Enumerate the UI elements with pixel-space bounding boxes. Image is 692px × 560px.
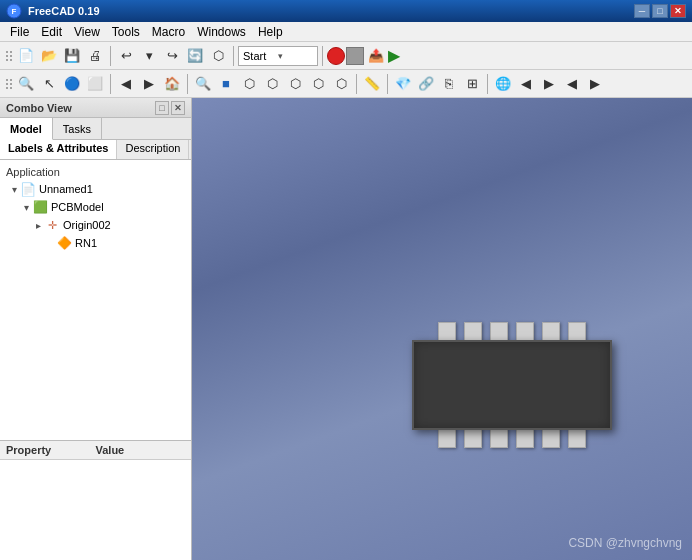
toolbar2-sep-3 [356,74,357,94]
combo-float-button[interactable]: □ [155,101,169,115]
pin-top-5 [542,322,560,342]
pin-top-3 [490,322,508,342]
menu-item-edit[interactable]: Edit [35,23,68,41]
properties-panel: Property Value [0,440,191,560]
clone-button[interactable]: ⎘ [438,73,460,95]
resistor-icon: 🔶 [56,235,72,251]
view-left[interactable]: ⬡ [330,73,352,95]
subtab-labels[interactable]: Labels & Attributes [0,140,117,159]
nav-arrow-3[interactable]: ◀ [561,73,583,95]
window-title: FreeCAD 0.19 [28,5,634,17]
chip-main-body [412,340,612,430]
link-button[interactable]: 🔗 [415,73,437,95]
tree-item-pcbmodel[interactable]: ▾ 🟩 PCBModel [2,198,189,216]
tree-item-origin002[interactable]: ▸ ✛ Origin002 [2,216,189,234]
chip-body-container [412,340,612,430]
nav-arrow-1[interactable]: ◀ [515,73,537,95]
print-button[interactable]: 🖨 [84,45,106,67]
pin-bottom-5 [542,428,560,448]
zoom-in-button[interactable]: 🔍 [15,73,37,95]
combo-close-button[interactable]: ✕ [171,101,185,115]
main-content: Combo View □ ✕ Model Tasks Labels & Attr… [0,98,692,560]
undo-button[interactable]: ↩ [115,45,137,67]
menu-item-tools[interactable]: Tools [106,23,146,41]
toolbar-sep-1 [110,46,111,66]
workbench-label: Start [243,50,278,62]
nav-forward[interactable]: ▶ [138,73,160,95]
new-button[interactable]: 📄 [15,45,37,67]
minimize-button[interactable]: ─ [634,4,650,18]
tree-label-unnamed1: Unnamed1 [39,183,93,195]
pin-bottom-3 [490,428,508,448]
play-arrow[interactable]: ▶ [388,46,400,65]
maximize-button[interactable]: □ [652,4,668,18]
redo-button[interactable]: ↪ [161,45,183,67]
pin-top-2 [464,322,482,342]
pcb-chip [412,340,612,430]
value-col-header: Value [96,444,186,456]
doc-icon: 📄 [20,181,36,197]
tree-label-pcbmodel: PCBModel [51,201,104,213]
save-button[interactable]: 💾 [61,45,83,67]
rotate-button[interactable]: 🔵 [61,73,83,95]
nav-arrow-2[interactable]: ▶ [538,73,560,95]
export-button[interactable]: 📤 [365,45,387,67]
tab-tasks[interactable]: Tasks [53,118,102,139]
pointer-button[interactable]: ↖ [38,73,60,95]
shapes-button[interactable]: 💎 [392,73,414,95]
view-top[interactable]: ⬡ [284,73,306,95]
tree-label-rn1: RN1 [75,237,97,249]
clone2-button[interactable]: ⊞ [461,73,483,95]
refresh-button[interactable]: 🔄 [184,45,206,67]
open-button[interactable]: 📂 [38,45,60,67]
status-gray-1 [346,47,364,65]
web-button[interactable]: 🌐 [492,73,514,95]
workbench-dropdown[interactable]: Start ▾ [238,46,318,66]
tree-item-unnamed1[interactable]: ▾ 📄 Unnamed1 [2,180,189,198]
window-controls: ─ □ ✕ [634,4,686,18]
toolbar2-sep-1 [110,74,111,94]
stop-button[interactable]: ⬡ [207,45,229,67]
close-button[interactable]: ✕ [670,4,686,18]
tree-item-rn1[interactable]: 🔶 RN1 [2,234,189,252]
combo-view-panel: Combo View □ ✕ Model Tasks Labels & Attr… [0,98,192,560]
toolbar-sep-2 [233,46,234,66]
3d-viewport[interactable]: CSDN @zhvngchvng [192,98,692,560]
select-box-button[interactable]: ⬜ [84,73,106,95]
pin-bottom-2 [464,428,482,448]
subtabs-bar: Labels & Attributes Description [0,140,191,160]
subtab-description[interactable]: Description [117,140,189,159]
undo-arrow-button[interactable]: ▾ [138,45,160,67]
menu-item-macro[interactable]: Macro [146,23,191,41]
pin-top-6 [568,322,586,342]
origin-icon: ✛ [44,217,60,233]
pin-bottom-1 [438,428,456,448]
toolbar2-sep-5 [487,74,488,94]
menu-item-file[interactable]: File [4,23,35,41]
nav-back[interactable]: ◀ [115,73,137,95]
view-back[interactable]: ⬡ [261,73,283,95]
menu-item-windows[interactable]: Windows [191,23,252,41]
expand-arrow-origin: ▸ [32,220,44,231]
watermark: CSDN @zhvngchvng [568,536,682,550]
menubar: FileEditViewToolsMacroWindowsHelp [0,22,692,42]
measure-button[interactable]: 📏 [361,73,383,95]
nav-arrow-4[interactable]: ▶ [584,73,606,95]
zoom-out-2[interactable]: 🔍 [192,73,214,95]
toolbar-main: 📄 📂 💾 🖨 ↩ ▾ ↪ 🔄 ⬡ Start ▾ 📤 ▶ [0,42,692,70]
view-right[interactable]: ⬡ [307,73,329,95]
menu-item-help[interactable]: Help [252,23,289,41]
view-front[interactable]: ⬡ [238,73,260,95]
expand-arrow-pcbmodel: ▾ [20,202,32,213]
top-pins-row [438,322,586,342]
menu-item-view[interactable]: View [68,23,106,41]
pcb-icon: 🟩 [32,199,48,215]
3d-box-button[interactable]: ■ [215,73,237,95]
pin-top-1 [438,322,456,342]
properties-header: Property Value [0,441,191,460]
section-application: Application [2,164,189,180]
toolbar-view: 🔍 ↖ 🔵 ⬜ ◀ ▶ 🏠 🔍 ■ ⬡ ⬡ ⬡ ⬡ ⬡ 📏 💎 🔗 ⎘ ⊞ 🌐 … [0,70,692,98]
tab-model[interactable]: Model [0,118,53,140]
nav-home[interactable]: 🏠 [161,73,183,95]
app-logo: F [6,3,22,19]
